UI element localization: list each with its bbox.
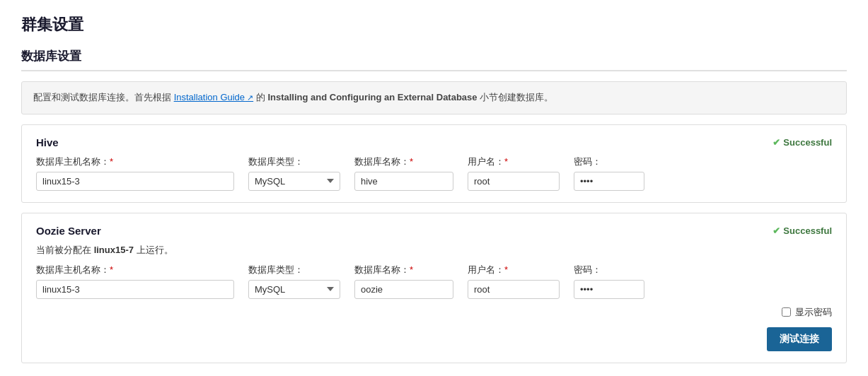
hive-db-type-group: 数据库类型： MySQL PostgreSQL Oracle MSSQL: [248, 155, 340, 191]
oozie-db-user-input[interactable]: [468, 280, 560, 299]
oozie-db-host-input[interactable]: [36, 280, 234, 299]
oozie-db-type-group: 数据库类型： MySQL PostgreSQL Oracle MSSQL: [248, 264, 340, 299]
oozie-db-name-group: 数据库名称：*: [354, 264, 453, 299]
oozie-sub-note: 当前被分配在 linux15-7 上运行。: [36, 244, 832, 257]
hive-db-host-input[interactable]: [36, 172, 234, 191]
oozie-db-pass-input[interactable]: [574, 280, 644, 299]
hive-db-pass-label: 密码：: [574, 155, 644, 168]
hive-db-name-label: 数据库名称：*: [354, 155, 453, 168]
hive-db-pass-input[interactable]: [574, 172, 644, 191]
hive-db-type-select[interactable]: MySQL PostgreSQL Oracle MSSQL: [248, 172, 340, 191]
oozie-section: Oozie Server Successful 当前被分配在 linux15-7…: [21, 213, 847, 363]
oozie-form-row: 数据库主机名称：* 数据库类型： MySQL PostgreSQL Oracle…: [36, 264, 832, 299]
info-box: 配置和测试数据库连接。首先根据 Installation Guide 的 Ins…: [21, 81, 847, 114]
hive-status-badge: Successful: [772, 137, 832, 148]
oozie-db-user-group: 用户名：*: [468, 264, 560, 299]
oozie-db-host-group: 数据库主机名称：*: [36, 264, 234, 299]
hive-db-type-label: 数据库类型：: [248, 155, 340, 168]
test-connection-button[interactable]: 测试连接: [767, 327, 832, 351]
info-text-prefix: 配置和测试数据库连接。首先根据: [33, 92, 171, 102]
show-password-row: 显示密码: [36, 306, 832, 319]
oozie-db-host-label: 数据库主机名称：*: [36, 264, 234, 276]
oozie-db-name-label: 数据库名称：*: [354, 264, 453, 276]
oozie-header: Oozie Server Successful: [36, 225, 832, 237]
oozie-status-badge: Successful: [772, 225, 832, 236]
hive-db-pass-group: 密码：: [574, 155, 644, 191]
hive-form-row: 数据库主机名称：* 数据库类型： MySQL PostgreSQL Oracle…: [36, 155, 832, 191]
hive-db-host-label: 数据库主机名称：*: [36, 155, 234, 168]
info-text-suffix: 小节创建数据库。: [480, 92, 553, 102]
info-bold-text: Installing and Configuring an External D…: [267, 92, 477, 102]
oozie-db-pass-label: 密码：: [574, 264, 644, 276]
oozie-db-name-input[interactable]: [354, 280, 453, 299]
oozie-db-type-select[interactable]: MySQL PostgreSQL Oracle MSSQL: [248, 280, 340, 299]
installation-guide-link[interactable]: Installation Guide: [174, 92, 254, 102]
hive-header: Hive Successful: [36, 136, 832, 148]
oozie-db-user-label: 用户名：*: [468, 264, 560, 276]
oozie-db-type-label: 数据库类型：: [248, 264, 340, 276]
oozie-title: Oozie Server: [36, 225, 101, 237]
oozie-host-bold: linux15-7: [94, 245, 134, 255]
page-title: 群集设置: [21, 14, 847, 35]
hive-db-user-label: 用户名：*: [468, 155, 560, 168]
hive-db-user-input[interactable]: [468, 172, 560, 191]
oozie-db-pass-group: 密码：: [574, 264, 644, 299]
test-btn-row: 测试连接: [36, 327, 832, 351]
hive-db-user-group: 用户名：*: [468, 155, 560, 191]
hive-db-name-group: 数据库名称：*: [354, 155, 453, 191]
hive-title: Hive: [36, 136, 59, 148]
hive-db-host-group: 数据库主机名称：*: [36, 155, 234, 191]
hive-db-name-input[interactable]: [354, 172, 453, 191]
db-section-title: 数据库设置: [21, 48, 847, 71]
show-password-label[interactable]: 显示密码: [795, 306, 832, 319]
hive-section: Hive Successful 数据库主机名称：* 数据库类型： MySQL P…: [21, 124, 847, 203]
info-text-middle: 的: [256, 92, 265, 102]
show-password-checkbox[interactable]: [782, 307, 791, 317]
